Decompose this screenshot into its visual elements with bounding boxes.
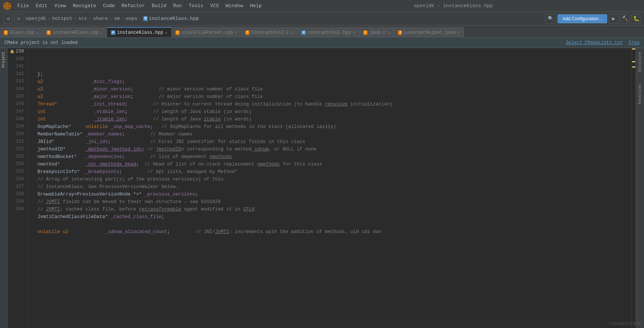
watermark: CSDN@云不风湖 [609, 321, 641, 326]
tab-close-instanceKlass-hpp[interactable]: ✕ [165, 30, 168, 35]
tab-icon-classFileParser-cpp: C [175, 30, 180, 35]
tab-close-classFileParser-cpp[interactable]: ✕ [235, 30, 237, 35]
line-number-255: 255 [11, 168, 24, 176]
file-type-icon: H [143, 16, 148, 21]
gutter-mark [632, 61, 635, 62]
tab-instanceKlass-hpp[interactable]: HinstanceKlass.hpp✕ [107, 27, 171, 38]
project-panel-tab[interactable]: Project [1, 50, 6, 70]
tab-label-LauncherHelper-java: LauncherHelper.java [404, 30, 455, 35]
tab-label-constantPool-hpp: constantPool.hpp [308, 30, 351, 35]
app-icon [3, 2, 11, 10]
line-numbers: 🔒239240241242243244245246247248249250251… [8, 48, 29, 328]
breadcrumb-oops[interactable]: oops [125, 16, 137, 21]
tab-label-instanceKlass-hpp: instanceKlass.hpp [117, 30, 163, 35]
line-number-240: 240 [11, 56, 24, 63]
tab-label-instanceKlass-cpp: instanceKlass.cpp [53, 30, 98, 35]
build-button[interactable]: 🔨 [620, 14, 630, 24]
tab-constantPool-hpp[interactable]: HconstantPool.hpp✕ [298, 27, 359, 38]
select-cmakelists-link[interactable]: Select CMakeLists.txt [566, 40, 623, 45]
menubar: File Edit View Navigate Code Refactor Bu… [0, 0, 644, 12]
menu-file[interactable]: File [14, 2, 32, 10]
tab-label-classFileParser-cpp: classFileParser.cpp [181, 30, 233, 35]
line-number-254: 254 [11, 161, 24, 168]
tab-label-ConstantPool-c: ConstantPool.c [251, 30, 289, 35]
line-number-259: 259 [11, 198, 24, 206]
line-number-245: 245 [11, 93, 24, 101]
code-line-242: u2 _major_version; // major version numb… [32, 93, 628, 101]
tab-LauncherHelper-java[interactable]: JLauncherHelper.java✕ [394, 27, 464, 38]
tab-ConstantPool-c[interactable]: CConstantPool.c✕ [242, 27, 298, 38]
line-number-247: 247 [11, 108, 24, 116]
tab-java-c[interactable]: Cjava.c✕ [360, 27, 394, 38]
tab-close-LauncherHelper-java[interactable]: ✕ [457, 30, 460, 35]
menu-code[interactable]: Code [100, 2, 118, 10]
line-number-251: 251 [11, 138, 24, 146]
tab-icon-java-c: C [363, 30, 367, 35]
lock-icon: 🔒 [11, 49, 15, 54]
line-number-250: 250 [11, 131, 24, 138]
code-line-248: JNIid* _jni_ids; // First JNI identifier… [32, 138, 628, 146]
breadcrumb-file[interactable]: instanceKlass.hpp [149, 16, 199, 21]
menu-navigate[interactable]: Navigate [70, 2, 99, 10]
debug-button[interactable]: 🐛 [631, 14, 641, 24]
gutter-mark [632, 48, 635, 50]
tab-instanceKlass-cpp[interactable]: CinstanceKlass.cpp✕ [43, 27, 107, 38]
run-button[interactable]: ▶ [609, 14, 618, 24]
menu-help[interactable]: Help [247, 2, 265, 10]
line-number-241: 241 [11, 63, 24, 71]
menu-build[interactable]: Build [149, 2, 169, 10]
tab-icon-ConstantPool-c: C [245, 30, 249, 35]
breadcrumb-share[interactable]: share [93, 16, 108, 21]
menu-window[interactable]: Window [223, 2, 246, 10]
create-link[interactable]: Crea [629, 40, 639, 45]
code-line-260: volatile u2 _idnum_allocated_count; // J… [32, 228, 628, 236]
code-line-252: BreakpointInfo* _breakpoints; // bpt lis… [32, 168, 628, 176]
code-line-254: // InstanceKlass. See PreviousVersionWal… [32, 183, 628, 191]
code-line-251: nmethod* _osr_nmethods_head; // Head of … [32, 161, 628, 168]
tab-icon-LauncherHelper-java: J [398, 30, 402, 35]
line-number-239: 🔒239 [11, 48, 24, 56]
window-title: openjdk - instanceKlass.hpp [266, 3, 641, 9]
line-number-243: 243 [11, 78, 24, 86]
menu-view[interactable]: View [51, 2, 69, 10]
gutter-mark [632, 66, 635, 68]
line-number-242: 242 [11, 71, 24, 78]
favorites-panel-tab[interactable]: Favorites [637, 82, 643, 107]
breadcrumb-src[interactable]: src [79, 16, 87, 21]
search-everywhere-button[interactable]: 🔍 [545, 14, 556, 24]
menu-run[interactable]: Run [170, 2, 185, 10]
tab-klass-cpp[interactable]: Cklass.cpp✕ [0, 27, 43, 38]
tab-close-constantPool-hpp[interactable]: ✕ [353, 30, 355, 35]
navbar: ◁ ▷ openjdk › hotspot › src › share › vm… [0, 12, 644, 26]
code-line-245: int _itable_len; // length of Java itabl… [32, 116, 628, 123]
right-gutter [631, 48, 636, 328]
tab-close-ConstantPool-c[interactable]: ✕ [291, 30, 294, 35]
breadcrumb-vm[interactable]: vm [114, 16, 120, 21]
forward-button[interactable]: ▷ [14, 14, 24, 24]
structure-panel-tab[interactable]: Structure [637, 50, 643, 74]
add-configuration-button[interactable]: Add Configuration... [558, 14, 607, 23]
code-line-243: Thread* _init_thread; // Pointer to curr… [32, 101, 628, 108]
code-line-255: GrowableArray<PreviousVersionNode *>* _p… [32, 191, 628, 198]
breadcrumb: openjdk › hotspot › src › share › vm › o… [26, 16, 199, 21]
menu-refactor[interactable]: Refactor [118, 2, 148, 10]
menu-edit[interactable]: Edit [33, 2, 50, 10]
notification-actions: Select CMakeLists.txt Crea [566, 40, 639, 45]
back-button[interactable]: ◁ [3, 14, 13, 24]
tab-close-java-c[interactable]: ✕ [387, 30, 390, 35]
tab-close-klass-cpp[interactable]: ✕ [36, 30, 39, 35]
code-line-256: // JVMTI fields can be moved to their ow… [32, 198, 628, 206]
notification-message: CMake project is not loaded [5, 40, 77, 45]
line-number-260: 260 [11, 206, 24, 213]
code-line-249: jmethodID* _methods_jmethod_ids; // jmet… [32, 146, 628, 153]
menu-tools[interactable]: Tools [186, 2, 206, 10]
menu-vcs[interactable]: VCS [207, 2, 222, 10]
code-line-258: JvmtiCachedClassFileData* _cached_class_… [32, 213, 628, 221]
code-line-240: u2 _misc_flags; [32, 78, 628, 86]
breadcrumb-openjdk[interactable]: openjdk [26, 16, 46, 21]
breadcrumb-hotspot[interactable]: hotspot [52, 16, 73, 21]
tab-classFileParser-cpp[interactable]: CclassFileParser.cpp✕ [172, 27, 242, 38]
code-content[interactable]: }; u2 _misc_flags; u2 _minor_version; //… [29, 48, 631, 328]
code-editor: 🔒239240241242243244245246247248249250251… [8, 48, 636, 328]
tab-close-instanceKlass-cpp[interactable]: ✕ [101, 30, 103, 35]
